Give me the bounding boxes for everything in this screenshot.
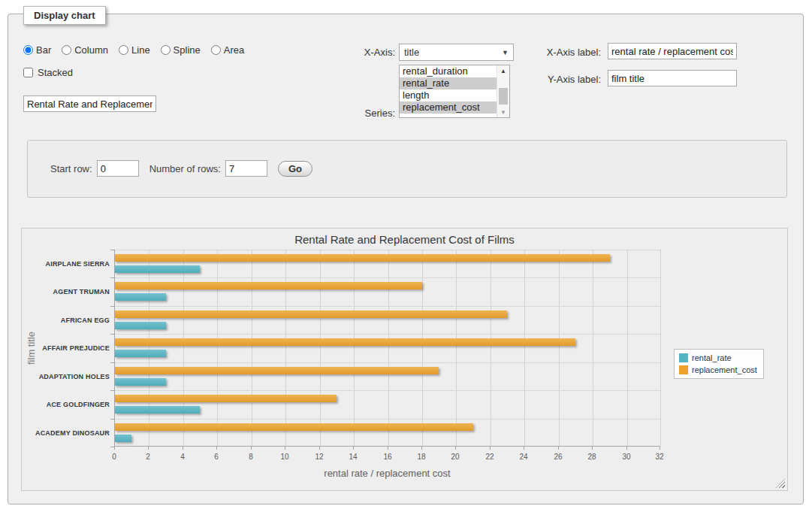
gridline: [149, 250, 149, 446]
chart-type-radio-bar[interactable]: [23, 45, 33, 55]
chart-title-input[interactable]: [23, 95, 156, 112]
chart-type-label: Area: [224, 44, 244, 56]
chart-title: Rental Rate and Replacement Cost of Film…: [22, 233, 787, 246]
bar-replacement_cost[interactable]: [115, 338, 575, 346]
category-tick: [110, 334, 114, 335]
chart-container: Rental Rate and Replacement Cost of Film…: [21, 228, 788, 491]
bar-replacement_cost[interactable]: [115, 282, 422, 289]
start-row-input[interactable]: [97, 160, 139, 177]
x-axis-select-value: title: [404, 47, 419, 58]
scroll-down-icon[interactable]: ▼: [497, 107, 509, 117]
y-axis-label-label: Y-Axis label:: [526, 74, 601, 85]
gridline: [285, 250, 286, 446]
category-label: AIRPLANE SIERRA: [22, 250, 110, 277]
tick-label: 28: [587, 453, 596, 461]
category-label: AFFAIR PREJUDICE: [22, 334, 110, 362]
series-option-length[interactable]: length: [400, 89, 497, 101]
gridline: [422, 250, 423, 446]
tick-label: 32: [655, 453, 663, 461]
axis-tick: [183, 447, 183, 450]
scrollbar-thumb[interactable]: [499, 88, 508, 105]
legend-item-replacement_cost[interactable]: replacement_cost: [679, 365, 757, 374]
bar-rental_rate[interactable]: [115, 435, 131, 442]
tick-label: 30: [622, 453, 630, 461]
category-gridline: [115, 419, 660, 420]
panel-legend: Display chart: [23, 6, 106, 25]
axis-tick: [114, 447, 115, 450]
axis-tick: [148, 447, 149, 450]
chart-type-radio-area[interactable]: [211, 45, 221, 55]
axis-tick: [388, 447, 388, 450]
gridline: [456, 250, 457, 446]
bar-rental_rate[interactable]: [115, 378, 166, 386]
category-labels: AIRPLANE SIERRAAGENT TRUMANAFRICAN EGGAF…: [22, 250, 110, 447]
num-rows-input[interactable]: [225, 160, 267, 177]
axis-tick: [490, 447, 491, 450]
gridline: [559, 250, 560, 446]
chart-type-radio-spline[interactable]: [161, 45, 171, 55]
axis-tick: [558, 447, 559, 450]
gridline: [627, 250, 628, 446]
x-axis-select[interactable]: title ▼: [399, 44, 514, 61]
bar-rental_rate[interactable]: [115, 322, 166, 329]
category-gridline: [115, 306, 660, 307]
chart-type-option-area: Area: [211, 44, 244, 56]
gridline: [593, 250, 593, 446]
category-tick: [110, 447, 114, 447]
tick-label: 2: [146, 453, 150, 461]
legend-swatch-icon: [679, 353, 688, 362]
gridline: [252, 250, 252, 446]
category-tick: [110, 362, 114, 363]
legend-label: replacement_cost: [692, 365, 757, 374]
y-axis-label-input[interactable]: [608, 70, 737, 86]
series-option-rental_rate[interactable]: rental_rate: [400, 77, 497, 89]
category-tick: [110, 390, 114, 391]
category-tick: [110, 277, 114, 278]
chart-legend: rental_ratereplacement_cost: [674, 349, 764, 379]
stacked-label: Stacked: [38, 67, 73, 78]
go-button[interactable]: Go: [278, 161, 312, 177]
gridline: [320, 250, 321, 446]
stacked-checkbox[interactable]: [23, 68, 33, 77]
gridline: [491, 250, 491, 446]
axis-tick: [592, 447, 593, 450]
series-scrollbar[interactable]: ▲ ▼: [497, 65, 509, 117]
gridline: [183, 250, 184, 446]
axis-tick: [251, 447, 252, 450]
legend-swatch-icon: [679, 365, 688, 374]
chart-type-option-spline: Spline: [161, 44, 201, 56]
category-tick: [110, 306, 114, 307]
stacked-checkbox-row: Stacked: [23, 67, 73, 78]
bar-rental_rate[interactable]: [115, 265, 200, 273]
tick-label: 26: [554, 453, 562, 461]
bar-rental_rate[interactable]: [115, 293, 166, 301]
tick-label: 0: [112, 453, 116, 461]
bar-replacement_cost[interactable]: [115, 254, 610, 262]
chart-type-radio-column[interactable]: [62, 45, 71, 55]
chart-type-radio-line[interactable]: [119, 45, 128, 55]
bar-replacement_cost[interactable]: [115, 311, 507, 318]
row-range-controls: Start row: Number of rows: Go: [50, 160, 312, 177]
series-options: rental_durationrental_ratelengthreplacem…: [400, 65, 497, 117]
axis-tick: [455, 447, 456, 450]
display-chart-panel: Display chart BarColumnLineSplineArea St…: [8, 14, 804, 504]
series-option-replacement_cost[interactable]: replacement_cost: [400, 101, 497, 114]
axis-tick: [626, 447, 627, 450]
series-option-rental_duration[interactable]: rental_duration: [400, 65, 497, 77]
bar-replacement_cost[interactable]: [115, 395, 337, 402]
x-axis-label-input[interactable]: [608, 43, 737, 59]
resize-handle-icon[interactable]: [776, 479, 785, 488]
bar-rental_rate[interactable]: [115, 350, 166, 357]
chart-type-label: Line: [131, 44, 150, 56]
category-tick: [110, 250, 114, 250]
bar-rental_rate[interactable]: [115, 406, 200, 414]
legend-item-rental_rate[interactable]: rental_rate: [679, 353, 757, 362]
scroll-up-icon[interactable]: ▲: [497, 65, 509, 76]
start-row-label: Start row:: [50, 163, 92, 174]
tick-label: 8: [249, 453, 253, 461]
plot-area: [114, 250, 660, 447]
bar-replacement_cost[interactable]: [115, 423, 473, 431]
category-label: AGENT TRUMAN: [22, 277, 110, 305]
bar-replacement_cost[interactable]: [115, 367, 439, 374]
category-gridline: [115, 250, 660, 250]
